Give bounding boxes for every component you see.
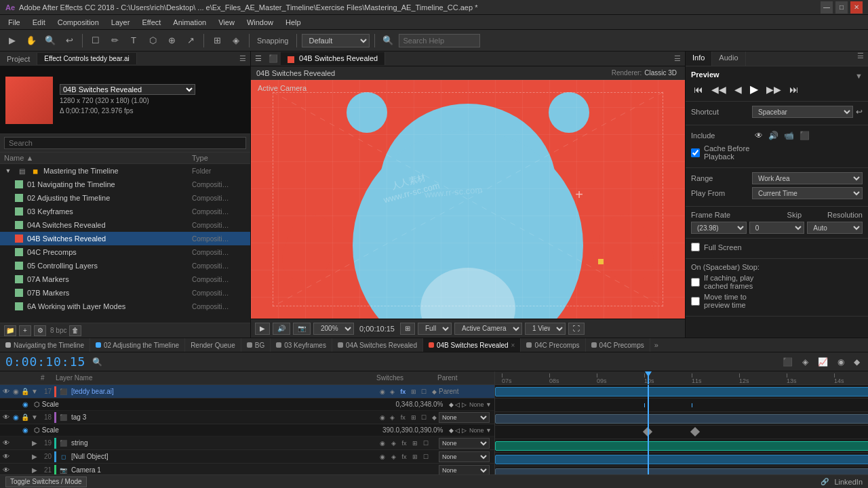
fullscreen-checkbox[interactable]: [691, 243, 700, 251]
sub-eye-18[interactable]: ◉: [20, 426, 30, 434]
layer-17-solo-sw[interactable]: ◉: [378, 387, 387, 396]
new-comp-button[interactable]: +: [19, 325, 31, 336]
layer-19-adj-sw[interactable]: ☐: [421, 439, 431, 448]
tool-rect[interactable]: ☐: [87, 33, 104, 49]
menu-view[interactable]: View: [213, 17, 240, 28]
layer-18-fx-sw[interactable]: fx: [399, 413, 408, 422]
menu-help[interactable]: Help: [280, 17, 307, 28]
include-video-icon[interactable]: 👁: [752, 129, 766, 142]
list-item[interactable]: 6A Working with Layer Modes Compositi…: [0, 300, 250, 313]
layer-18-expand[interactable]: ▼: [30, 413, 39, 421]
layer-17-adj-sw[interactable]: ☐: [419, 387, 428, 396]
layer-18-eye[interactable]: 👁: [1, 413, 11, 421]
tool-pen[interactable]: ✏: [106, 33, 123, 49]
layer-18-solo[interactable]: ◉: [11, 413, 20, 421]
scale-next-17[interactable]: ▷: [462, 401, 467, 408]
panel-menu-icon[interactable]: ☰: [235, 54, 250, 63]
layer-19-parent[interactable]: None: [439, 438, 493, 449]
tool-zoom[interactable]: 🔍: [42, 33, 58, 49]
layer-20-cont-sw[interactable]: ◈: [389, 452, 398, 462]
layer-20-parent[interactable]: None: [439, 451, 493, 462]
tl-bar-21[interactable]: [495, 466, 868, 474]
minimize-button[interactable]: —: [821, 1, 833, 14]
layer-20-expand[interactable]: ▶: [30, 453, 39, 460]
preview-step-back[interactable]: ◀◀: [709, 83, 729, 96]
layer-row-19[interactable]: 👁 ▶ 19 ⬛ string ◉ ◈ fx ⊞ ☐: [0, 436, 494, 450]
list-item[interactable]: ▼ ▤ ◼ Mastering the Timeline Folder: [0, 164, 250, 178]
bottom-tab-render[interactable]: Render Queue: [185, 338, 241, 352]
comp-fullscreen-btn[interactable]: ⛶: [568, 323, 585, 335]
layer-17-3d-sw[interactable]: ◆: [430, 387, 439, 396]
tl-marker-btn[interactable]: ◆: [851, 356, 863, 368]
layer-17-fx-sw[interactable]: fx: [399, 387, 408, 396]
list-item[interactable]: 07B Markers Compositi…: [0, 286, 250, 300]
layer-20-eye[interactable]: 👁: [1, 453, 11, 460]
skip-select[interactable]: 012: [749, 222, 805, 234]
layer-18-lock[interactable]: 🔒: [20, 413, 30, 421]
layer-20-fx-sw[interactable]: fx: [399, 452, 409, 462]
tool-brush[interactable]: ⬡: [144, 33, 161, 49]
tl-toggle-switches[interactable]: Toggle Switches / Mode: [5, 476, 87, 487]
preview-skip-back[interactable]: ⏮: [691, 83, 706, 96]
list-item[interactable]: 02 Adjusting the Timeline Compositi…: [0, 191, 250, 205]
workspace-default[interactable]: Default Standard Small Screen: [302, 34, 370, 47]
bottom-tab-bg[interactable]: BG: [241, 338, 271, 352]
tool-rotate[interactable]: ↩: [61, 33, 77, 49]
tool-clone[interactable]: ⊕: [163, 33, 180, 49]
comp-zoom-select[interactable]: 200%100%50%: [313, 323, 354, 335]
list-item-selected[interactable]: 04B Switches Revealed Compositi…: [0, 232, 250, 245]
maximize-button[interactable]: □: [835, 1, 848, 14]
include-camera-icon[interactable]: 📹: [781, 129, 797, 142]
comp-preview-btn[interactable]: ▶: [255, 323, 270, 335]
tab-effect-controls[interactable]: Effect Controls teddy bear.ai: [37, 53, 136, 64]
comp-view-select[interactable]: 1 View2 Views: [525, 323, 566, 335]
comp-panel-menu[interactable]: ☰: [670, 54, 685, 63]
search-help-input[interactable]: [399, 34, 480, 47]
layer-17-motion-sw[interactable]: ⊞: [409, 387, 418, 396]
settings-button[interactable]: ⚙: [34, 325, 46, 336]
layer-18-solo-sw[interactable]: ◉: [378, 413, 387, 422]
resolution-select[interactable]: AutoFullHalf: [807, 222, 863, 234]
layer-row-18[interactable]: 👁 ◉ 🔒 ▼ 18 ⬛ tag 3 ◉ ◈ fx ⊞ ☐ ◆: [0, 411, 494, 424]
scale-prev-18[interactable]: ◁: [455, 427, 460, 434]
layer-19-parent-select[interactable]: None: [439, 438, 490, 449]
overflow-tabs-btn[interactable]: »: [650, 341, 663, 349]
layer-row-17[interactable]: 👁 ◉ 🔒 ▼ 17 ⬛ [teddy bear.ai] ◉ ◈ fx ⊞ ☐ …: [0, 385, 494, 399]
bottom-tab-04b[interactable]: 04B Switches Revealed ×: [423, 338, 521, 352]
tl-motion-btn[interactable]: ◈: [800, 356, 811, 368]
list-item[interactable]: 04C Precomps Compositi…: [0, 245, 250, 259]
framerate-select[interactable]: (23.98)2430: [691, 222, 747, 234]
layer-17-lock[interactable]: 🔒: [20, 388, 30, 395]
menu-animation[interactable]: Animation: [167, 17, 212, 28]
layer-17-scale-row[interactable]: ◉ ⬡ Scale 0,348.0,348.0% ◆ ◁ ▷ None ▼: [0, 399, 494, 411]
layer-18-adj-sw[interactable]: ☐: [419, 413, 428, 422]
tool-select[interactable]: ▶: [4, 33, 20, 49]
tl-solo-btn[interactable]: ◉: [835, 356, 847, 368]
tl-bar-17[interactable]: [495, 385, 868, 399]
include-audio-icon[interactable]: 🔊: [766, 129, 781, 142]
tool-roto[interactable]: ↗: [182, 33, 199, 49]
layer-18-parent-select[interactable]: None: [439, 412, 490, 423]
bottom-tab-precomps2[interactable]: 04C Precomps: [586, 338, 650, 352]
tl-comp-btn[interactable]: ⬛: [780, 356, 795, 368]
cache-checkbox[interactable]: [691, 148, 700, 157]
comp-canvas-area[interactable]: Active Camera + 人人素材 www.rr-sc.com www.r…: [251, 80, 685, 319]
tl-bar-19[interactable]: [495, 439, 868, 453]
scale-prev-17[interactable]: ◁: [455, 401, 460, 408]
layer-17-expand[interactable]: ▼: [30, 388, 39, 395]
layer-19-fx-sw[interactable]: fx: [399, 439, 409, 448]
comp-tab-main[interactable]: 04B Switches Revealed: [281, 52, 385, 64]
tool-text[interactable]: T: [125, 33, 142, 49]
list-item[interactable]: 01 Navigating the Timeline Compositi…: [0, 178, 250, 191]
tl-graph-btn[interactable]: 📈: [815, 356, 831, 368]
layer-20-parent-select[interactable]: None: [439, 451, 490, 462]
comp-camera-select[interactable]: Active Camera: [454, 323, 522, 335]
move-time-checkbox[interactable]: [691, 297, 700, 306]
comp-quality-select[interactable]: FullHalfQuarter: [418, 323, 452, 335]
bottom-tab-adjusting[interactable]: 02 Adjusting the Timeline: [90, 338, 185, 352]
search-help-icon[interactable]: 🔍: [380, 33, 396, 49]
tl-search-btn[interactable]: 🔍: [90, 356, 105, 368]
layer-21-eye[interactable]: 👁: [1, 466, 11, 474]
layer-18-parent[interactable]: None: [439, 412, 493, 423]
preview-collapse-icon[interactable]: ▼: [855, 72, 863, 80]
